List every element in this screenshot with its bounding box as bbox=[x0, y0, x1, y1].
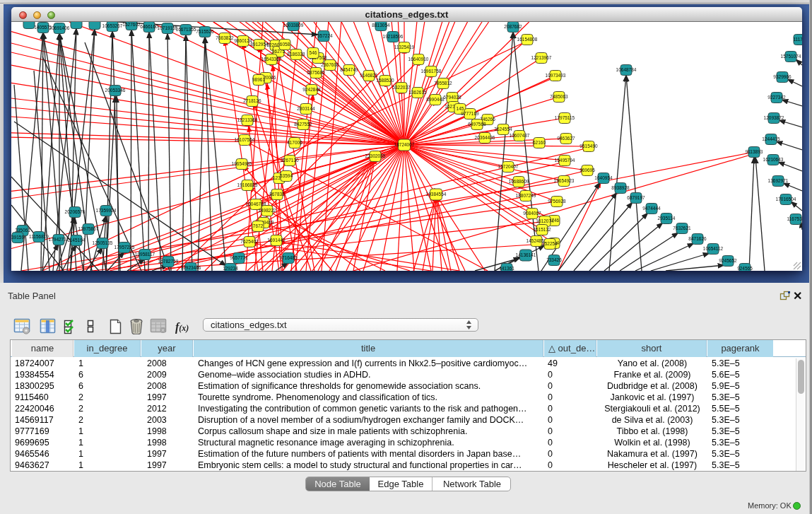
svg-text:7632621: 7632621 bbox=[673, 226, 691, 230]
svg-text:6497568: 6497568 bbox=[468, 122, 486, 127]
svg-text:17942737: 17942737 bbox=[49, 237, 69, 242]
svg-text:7663822: 7663822 bbox=[216, 35, 234, 40]
svg-text:8471626: 8471626 bbox=[688, 236, 707, 241]
svg-text:546: 546 bbox=[310, 50, 317, 55]
svg-text:12213967: 12213967 bbox=[531, 55, 552, 60]
svg-text:15720407: 15720407 bbox=[498, 164, 519, 169]
svg-text:1145194: 1145194 bbox=[68, 238, 86, 243]
svg-text:9463627: 9463627 bbox=[557, 136, 575, 141]
svg-text:924565: 924565 bbox=[737, 266, 753, 271]
svg-text:252254: 252254 bbox=[542, 241, 558, 246]
svg-text:20206576: 20206576 bbox=[65, 209, 86, 214]
svg-text:12093872: 12093872 bbox=[764, 115, 784, 120]
svg-text:9242848: 9242848 bbox=[302, 87, 321, 92]
svg-text:2087682: 2087682 bbox=[504, 24, 522, 29]
svg-text:16640910: 16640910 bbox=[408, 57, 429, 62]
svg-text:10688609: 10688609 bbox=[509, 179, 529, 184]
svg-text:8938928: 8938928 bbox=[611, 185, 630, 190]
svg-text:62160: 62160 bbox=[533, 140, 546, 145]
svg-text:10654112: 10654112 bbox=[703, 246, 724, 251]
svg-text:9474444: 9474444 bbox=[642, 206, 661, 211]
svg-text:8990448: 8990448 bbox=[426, 97, 445, 102]
svg-text:145: 145 bbox=[457, 106, 464, 111]
svg-text:9113893: 9113893 bbox=[746, 149, 763, 154]
svg-text:6058: 6058 bbox=[280, 42, 290, 47]
svg-text:9777169: 9777169 bbox=[461, 111, 479, 116]
svg-text:23302035: 23302035 bbox=[365, 153, 386, 158]
svg-text:1612074: 1612074 bbox=[536, 218, 554, 223]
svg-text:969695: 969695 bbox=[579, 168, 595, 173]
svg-text:3267130: 3267130 bbox=[281, 158, 299, 163]
svg-text:19654923: 19654923 bbox=[554, 178, 575, 183]
svg-text:13975867: 13975867 bbox=[78, 226, 99, 231]
svg-text:5322037: 5322037 bbox=[392, 85, 411, 90]
svg-text:10648784: 10648784 bbox=[616, 67, 637, 72]
svg-text:1588520: 1588520 bbox=[376, 78, 394, 83]
svg-text:417006: 417006 bbox=[287, 140, 302, 145]
svg-text:7515526: 7515526 bbox=[196, 29, 214, 34]
svg-text:8186328: 8186328 bbox=[287, 52, 305, 57]
svg-text:20053346: 20053346 bbox=[105, 88, 126, 93]
svg-text:10653267: 10653267 bbox=[102, 23, 123, 28]
svg-text:2718126: 2718126 bbox=[243, 98, 261, 103]
svg-text:19166825: 19166825 bbox=[237, 182, 258, 187]
svg-text:9515490: 9515490 bbox=[579, 144, 598, 148]
svg-text:16033809: 16033809 bbox=[283, 23, 304, 28]
svg-text:1691449: 1691449 bbox=[267, 238, 286, 243]
svg-text:141361: 141361 bbox=[499, 266, 514, 271]
svg-text:6794028: 6794028 bbox=[443, 95, 461, 100]
svg-text:9245652: 9245652 bbox=[719, 258, 737, 263]
svg-text:18807249: 18807249 bbox=[516, 193, 536, 198]
svg-text:12505135: 12505135 bbox=[93, 240, 113, 245]
svg-text:6879197: 6879197 bbox=[627, 195, 645, 200]
svg-text:16782759: 16782759 bbox=[158, 259, 179, 264]
svg-text:9084067: 9084067 bbox=[523, 211, 541, 216]
svg-text:2935114: 2935114 bbox=[658, 216, 676, 221]
svg-text:9860124: 9860124 bbox=[234, 38, 252, 43]
svg-text:12923446: 12923446 bbox=[181, 265, 201, 270]
svg-text:8427552: 8427552 bbox=[294, 122, 312, 127]
svg-text:335061: 335061 bbox=[15, 228, 30, 233]
svg-text:10607487: 10607487 bbox=[510, 133, 530, 138]
svg-text:1527602: 1527602 bbox=[122, 22, 141, 27]
svg-text:8813054: 8813054 bbox=[372, 23, 390, 28]
svg-text:16210643: 16210643 bbox=[763, 157, 784, 162]
svg-text:9716485: 9716485 bbox=[279, 255, 298, 260]
svg-text:1640954: 1640954 bbox=[594, 175, 613, 180]
svg-text:5875685: 5875685 bbox=[307, 70, 325, 75]
svg-text:11325419: 11325419 bbox=[394, 45, 415, 49]
svg-text:13692971: 13692971 bbox=[768, 178, 789, 183]
svg-text:9146821: 9146821 bbox=[360, 73, 378, 78]
svg-text:9227342: 9227342 bbox=[767, 95, 786, 100]
svg-text:10719155: 10719155 bbox=[158, 25, 178, 30]
svg-text:10958117: 10958117 bbox=[135, 252, 155, 257]
svg-text:129234: 129234 bbox=[223, 266, 238, 271]
svg-text:1244415: 1244415 bbox=[762, 136, 780, 141]
svg-text:17359924: 17359924 bbox=[96, 208, 117, 213]
svg-text:867833: 867833 bbox=[269, 192, 285, 197]
svg-text:1615132: 1615132 bbox=[533, 227, 551, 232]
svg-text:16107554: 16107554 bbox=[235, 137, 255, 142]
svg-text:7625402: 7625402 bbox=[240, 239, 259, 244]
svg-text:16154808: 16154808 bbox=[517, 37, 538, 42]
svg-text:7672: 7672 bbox=[253, 223, 264, 228]
svg-text:17975115: 17975115 bbox=[555, 115, 575, 120]
svg-text:2803144: 2803144 bbox=[297, 106, 315, 111]
svg-text:15495794: 15495794 bbox=[555, 158, 575, 163]
svg-text:1167534: 1167534 bbox=[787, 216, 802, 221]
svg-text:733426: 733426 bbox=[546, 257, 562, 262]
svg-text:39159: 39159 bbox=[11, 235, 24, 240]
svg-text:9657771: 9657771 bbox=[230, 255, 248, 260]
svg-text:19218596: 19218596 bbox=[383, 34, 404, 39]
svg-text:17957225: 17957225 bbox=[114, 245, 135, 250]
svg-text:11171: 11171 bbox=[793, 37, 802, 42]
svg-text:19654985: 19654985 bbox=[232, 161, 252, 166]
svg-text:1498222: 1498222 bbox=[258, 208, 276, 213]
svg-text:17016504: 17016504 bbox=[776, 197, 796, 201]
svg-text:8454749: 8454749 bbox=[340, 67, 358, 72]
svg-text:11156819: 11156819 bbox=[29, 234, 49, 239]
svg-text:7485063: 7485063 bbox=[550, 94, 568, 99]
svg-text:16961758: 16961758 bbox=[421, 69, 442, 74]
svg-text:20364436: 20364436 bbox=[475, 135, 495, 140]
svg-text:18724007: 18724007 bbox=[394, 142, 415, 147]
